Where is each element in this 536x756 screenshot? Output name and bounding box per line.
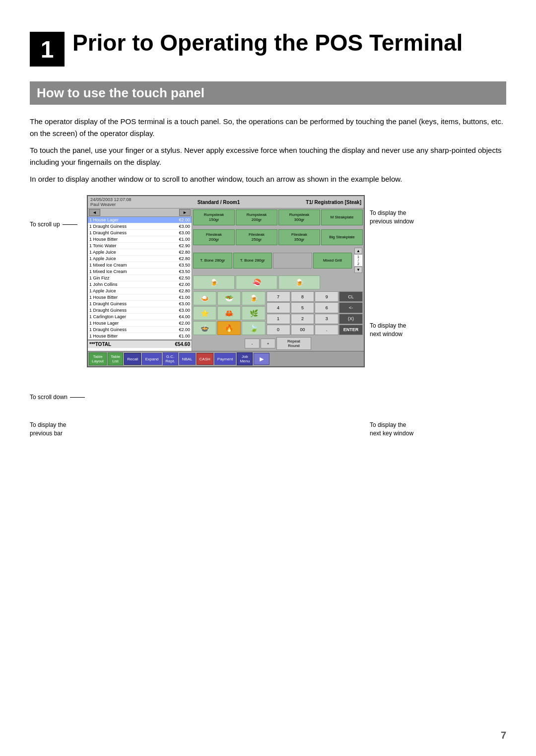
order-item-16[interactable]: 1 Carlington Lager€4.00 (88, 314, 192, 320)
order-list: ◄ ► 1 House Lager€2.00 1 Draught Guiness… (88, 208, 192, 351)
order-item-7[interactable]: 1 Apple Juice€2.80 (88, 256, 192, 262)
func-next-arrow[interactable]: ► (254, 353, 269, 365)
num-1[interactable]: 1 (267, 314, 290, 324)
numpad-col (321, 275, 363, 289)
pos-room: Standard / Room1 (198, 200, 240, 205)
icon-btn-pot[interactable]: 🍲 (193, 321, 216, 335)
func-nbal[interactable]: NBAL (179, 353, 196, 365)
order-item-15[interactable]: 1 Draught Guiness€3.00 (88, 307, 192, 314)
icon-btn-beer2[interactable]: 🍺 (242, 291, 265, 305)
menu-btn-mixed-grill[interactable]: Mixed Grill (313, 253, 352, 269)
num-8[interactable]: 8 (291, 291, 315, 302)
icon-grid-main: 🍛 🥗 🍺 ⭐ 🦀 🌿 🍲 🔥 🍃 (193, 291, 266, 335)
chapter-number: 1 (30, 32, 65, 67)
menu-btn-rumpsteak-200[interactable]: Rumpsteak200gr (236, 209, 277, 225)
icon-btn-salad[interactable]: 🥗 (217, 291, 241, 305)
num-00[interactable]: 00 (291, 325, 315, 335)
icon-btn-leaf[interactable]: 🍃 (242, 321, 265, 335)
num-9[interactable]: 9 (315, 291, 338, 302)
function-bar: TableLayout TableList Recall Expand G.C.… (88, 351, 364, 366)
page-down-btn[interactable]: ▼ (354, 267, 362, 273)
numpad-section: 🍛 🥗 🍺 ⭐ 🦀 🌿 🍲 🔥 🍃 7 (192, 290, 364, 336)
menu-btn-bigsteakplate[interactable]: Big Steakplate (321, 229, 363, 245)
pos-registration: T1/ Registration [Steak] (306, 200, 361, 205)
menu-btn-filesteak-350[interactable]: Filesteak350gr (278, 229, 320, 245)
num-5[interactable]: 5 (291, 302, 315, 313)
order-item-5[interactable]: 1 Tonic Water€2.90 (88, 243, 192, 249)
icon-btn-bug[interactable]: 🦀 (217, 306, 241, 320)
order-item-12[interactable]: 1 Apple Juice€2.80 (88, 288, 192, 294)
num-6[interactable]: 6 (315, 302, 338, 313)
order-item-3[interactable]: 1 Draught Guiness€3.00 (88, 230, 192, 236)
icon-btn-crab[interactable]: 🌿 (242, 306, 265, 320)
menu-btn-rumpsteak-300[interactable]: Rumpsteak300gr (278, 209, 320, 225)
num-cl[interactable]: CL (339, 291, 363, 302)
icon-cols: 🍛 🥗 🍺 ⭐ 🦀 🌿 🍲 🔥 🍃 (193, 291, 266, 335)
func-cash[interactable]: CASH (197, 353, 213, 365)
icon-btn-flame[interactable]: 🔥 (217, 321, 241, 335)
right-panel: Rumpsteak150gr Rumpsteak200gr Rumpsteak3… (192, 208, 364, 351)
prev-bar-label: To display theprevious bar (30, 421, 66, 438)
menu-btn-rumpsteak-150[interactable]: Rumpsteak150gr (193, 209, 235, 225)
order-item-1[interactable]: 1 House Lager€2.00 (88, 217, 192, 223)
icon-btn-3[interactable]: 🍺 (278, 275, 320, 289)
icon-btn-1[interactable]: 🍺 (193, 275, 235, 289)
pos-header: 24/05/2003 12:07:08 Paul Weaver Standard… (88, 196, 364, 208)
ctrl-minus[interactable]: - (245, 339, 260, 348)
order-item-8[interactable]: 1 Mixed Ice Cream€3.50 (88, 262, 192, 269)
menu-btn-filesteak-200[interactable]: Filesteak200gr (193, 229, 235, 245)
num-7[interactable]: 7 (267, 291, 290, 302)
order-item-2[interactable]: 1 Draught Guiness€3.00 (88, 223, 192, 230)
func-expand[interactable]: Expand (142, 353, 161, 365)
order-item-19[interactable]: 1 House Bitter€1.00 (88, 333, 192, 340)
num-2[interactable]: 2 (291, 314, 315, 324)
paragraph-1: The operator display of the POS terminal… (30, 116, 506, 139)
menu-btn-msteakplate[interactable]: M Steakplate (321, 209, 363, 225)
order-item-13[interactable]: 1 House Bitter€1.00 (88, 294, 192, 301)
next-key-window-label: To display thenext key window (370, 421, 413, 438)
menu-row-2: Filesteak200gr Filesteak250gr Filesteak3… (192, 228, 364, 246)
scroll-up-btn[interactable]: ◄ (89, 209, 100, 216)
menu-btn-filesteak-250[interactable]: Filesteak250gr (236, 229, 277, 245)
page-up-btn[interactable]: ▲ (354, 248, 362, 254)
func-table-list[interactable]: TableList (108, 352, 123, 365)
num-enter[interactable]: ENTER (339, 325, 363, 335)
order-item-4[interactable]: 1 House Bitter€1.00 (88, 236, 192, 243)
menu-btn-tbone-1[interactable]: T. Bone 280gr (193, 253, 232, 269)
num-dot[interactable]: . (315, 325, 338, 335)
func-payment[interactable]: Payment (214, 353, 236, 365)
diagram-area: To scroll up To scroll down To display t… (30, 195, 506, 367)
order-item-9[interactable]: 1 Mixed Ice Cream€3.50 (88, 269, 192, 275)
func-recall[interactable]: Recall (124, 353, 141, 365)
num-x[interactable]: (X) (339, 314, 363, 324)
order-item-18[interactable]: 1 Draught Guiness€2.00 (88, 327, 192, 333)
menu-btn-tbone-2[interactable]: T. Bone 280gr (233, 253, 272, 269)
scroll-down-label: To scroll down (30, 394, 85, 401)
numpad: 7 8 9 CL 4 5 6 <- 1 2 3 (X) 0 00 (267, 291, 363, 335)
section-heading: How to use the touch panel (30, 81, 506, 105)
num-0[interactable]: 0 (267, 325, 290, 335)
order-item-10[interactable]: 1 Gin Fizz€2.50 (88, 275, 192, 281)
num-back[interactable]: <- (339, 302, 363, 313)
menu-btn-empty (273, 253, 312, 269)
num-3[interactable]: 3 (315, 314, 338, 324)
order-item-17[interactable]: 1 House Lager€2.00 (88, 320, 192, 327)
icon-btn-star[interactable]: ⭐ (193, 306, 216, 320)
icon-btn-2[interactable]: 🍣 (236, 275, 277, 289)
num-4[interactable]: 4 (267, 302, 290, 313)
icon-row-1: 🍺 🍣 🍺 (192, 275, 364, 290)
func-gc-rept[interactable]: G.C.Rept. (163, 352, 178, 365)
func-job-menu[interactable]: JobMenu (237, 352, 253, 365)
order-item-6[interactable]: 1 Apple Juice€2.80 (88, 249, 192, 256)
scroll-right-btn[interactable]: ► (179, 209, 191, 216)
pos-datetime: 24/05/2003 12:07:08 Paul Weaver (90, 197, 132, 207)
pos-screen: 24/05/2003 12:07:08 Paul Weaver Standard… (87, 195, 365, 367)
order-item-14[interactable]: 1 Draught Guiness€3.00 (88, 301, 192, 307)
next-window-label: To display thenext window (370, 322, 406, 339)
func-table-layout[interactable]: TableLayout (89, 352, 107, 365)
order-item-11[interactable]: 1 John Collins€2.00 (88, 281, 192, 288)
icon-btn-curry[interactable]: 🍛 (193, 291, 216, 305)
ctrl-repeat-round[interactable]: RepeatRound (276, 337, 311, 350)
chapter-title: Prior to Operating the POS Terminal (72, 30, 463, 56)
ctrl-plus[interactable]: + (261, 339, 275, 348)
